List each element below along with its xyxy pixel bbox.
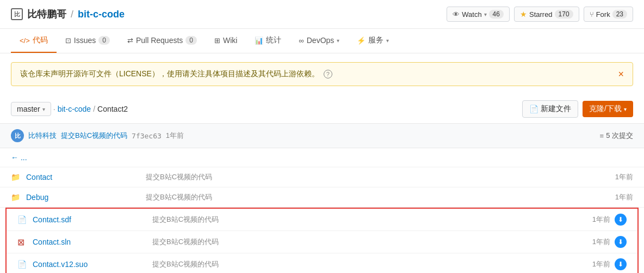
tab-devops[interactable]: ∞ DevOps ▾ xyxy=(290,29,348,52)
file-commit: 提交B站C视频的代码 xyxy=(135,192,615,202)
fork-count: 23 xyxy=(612,10,627,19)
services-tab-icon: ⚡ xyxy=(357,37,366,45)
tab-services[interactable]: ⚡ 服务 ▾ xyxy=(348,29,398,53)
tab-stats[interactable]: 📊 统计 xyxy=(246,29,290,53)
tab-issues[interactable]: ⊡ Issues 0 xyxy=(57,29,119,52)
list-item: ⊠ Contact.sln 提交B站C视频的代码 1年前 ⬇ xyxy=(7,231,637,253)
breadcrumb: master ▾ · bit-c-code / Contact2 xyxy=(11,102,128,116)
list-item: 📄 Contact.v12.suo 提交B站C视频的代码 1年前 ⬇ xyxy=(7,253,637,273)
banner-help-icon[interactable]: ? xyxy=(324,70,332,78)
path-root[interactable]: bit-c-code xyxy=(58,105,91,113)
commit-hash: 7f3ec63 xyxy=(132,132,162,140)
file-name[interactable]: Contact xyxy=(26,173,135,181)
license-banner: 该仓库未声明开源许可文件（LICENSE），使用请关注具体项目描述及其代码上游依… xyxy=(11,62,633,86)
star-icon: ★ xyxy=(520,10,527,19)
pulls-badge: 0 xyxy=(185,36,197,45)
file-name[interactable]: Debug xyxy=(26,193,135,202)
list-item: 📁 Contact 提交B站C视频的代码 1年前 xyxy=(0,167,644,187)
repo-title: 比 比特鹏哥 / bit-c-code xyxy=(11,8,125,21)
file-name[interactable]: Contact.v12.suo xyxy=(33,260,141,269)
wiki-tab-icon: ⊞ xyxy=(214,37,220,45)
commit-message[interactable]: 提交B站C视频的代码 xyxy=(61,131,127,141)
folder-icon: 📁 xyxy=(11,193,22,202)
watch-count: 46 xyxy=(489,10,504,19)
repo-owner[interactable]: 比特鹏哥 xyxy=(27,8,66,21)
starred-count: 170 xyxy=(555,10,573,19)
branch-chevron-icon: ▾ xyxy=(42,106,45,112)
tab-wiki[interactable]: ⊞ Wiki xyxy=(206,29,246,52)
file-name[interactable]: Contact.sdf xyxy=(33,215,141,224)
tab-pulls[interactable]: ⇄ Pull Requests 0 xyxy=(119,29,206,52)
banner-text: 该仓库未声明开源许可文件（LICENSE），使用请关注具体项目描述及其代码上游依… xyxy=(20,69,332,79)
file-time: 1年前 xyxy=(615,172,633,182)
back-link[interactable]: ← ... xyxy=(11,153,27,162)
new-file-button[interactable]: 📄 新建文件 xyxy=(522,100,578,118)
file-commit: 提交B站C视频的代码 xyxy=(141,259,592,269)
list-item: 📁 Debug 提交B站C视频的代码 1年前 xyxy=(0,187,644,208)
file-commit: 提交B站C视频的代码 xyxy=(141,215,592,225)
avatar: 比 xyxy=(11,129,24,142)
toolbar-actions: 📄 新建文件 克隆/下载 ▾ xyxy=(522,100,633,118)
file-commit: 提交B站C视频的代码 xyxy=(141,237,592,247)
header-actions: 👁 Watch ▾ 46 ★ Starred 170 ⑂ Fork 23 xyxy=(447,7,633,22)
file-icon: 📄 xyxy=(17,260,28,269)
issues-badge: 0 xyxy=(98,36,110,45)
repo-name[interactable]: bit-c-code xyxy=(78,9,125,20)
download-button[interactable]: ⬇ xyxy=(615,214,627,226)
list-item: 📄 Contact.sdf 提交B站C视频的代码 1年前 ⬇ xyxy=(7,209,637,231)
commit-count-icon: ≡ xyxy=(600,132,604,140)
download-button[interactable]: ⬇ xyxy=(615,258,627,270)
commit-info: 比 比特科技 提交B站C视频的代码 7f3ec63 1年前 xyxy=(11,129,184,142)
stats-tab-icon: 📊 xyxy=(255,37,263,45)
fork-button[interactable]: ⑂ Fork 23 xyxy=(584,7,633,22)
repo-nav: </> 代码 ⊡ Issues 0 ⇄ Pull Requests 0 ⊞ Wi… xyxy=(0,29,644,53)
file-time: 1年前 ⬇ xyxy=(592,258,627,270)
clone-download-button[interactable]: 克隆/下载 ▾ xyxy=(583,101,633,117)
file-name[interactable]: Contact.sln xyxy=(33,238,141,246)
file-time: 1年前 ⬇ xyxy=(592,214,627,226)
commit-count[interactable]: ≡ 5 次提交 xyxy=(600,131,633,141)
repo-icon: 比 xyxy=(11,8,23,20)
banner-close-button[interactable]: × xyxy=(618,69,624,79)
separator: / xyxy=(71,9,73,20)
issues-tab-icon: ⊡ xyxy=(65,37,71,45)
file-icon: 📄 xyxy=(17,215,28,224)
commit-author[interactable]: 比特科技 xyxy=(28,131,57,141)
file-icon: ⊠ xyxy=(17,237,28,247)
services-chevron-icon: ▾ xyxy=(386,38,389,44)
back-navigation: ← ... xyxy=(0,148,644,167)
commit-time: 1年前 xyxy=(166,131,184,141)
commit-bar: 比 比特科技 提交B站C视频的代码 7f3ec63 1年前 ≡ 5 次提交 xyxy=(0,123,644,148)
devops-chevron-icon: ▾ xyxy=(337,38,339,44)
download-button[interactable]: ⬇ xyxy=(615,236,627,248)
code-tab-icon: </> xyxy=(20,37,30,45)
new-file-icon: 📄 xyxy=(529,105,538,113)
starred-button[interactable]: ★ Starred 170 xyxy=(514,7,579,22)
file-list: ← ... 📁 Contact 提交B站C视频的代码 1年前 📁 Debug 提… xyxy=(0,148,644,273)
file-time: 1年前 ⬇ xyxy=(592,236,627,248)
file-toolbar: master ▾ · bit-c-code / Contact2 📄 新建文件 … xyxy=(0,95,644,123)
file-commit: 提交B站C视频的代码 xyxy=(135,172,615,182)
branch-selector[interactable]: master ▾ xyxy=(11,102,51,116)
folder-icon: 📁 xyxy=(11,173,22,181)
watch-button[interactable]: 👁 Watch ▾ 46 xyxy=(447,7,510,22)
clone-chevron-icon: ▾ xyxy=(624,106,627,112)
path-current: Contact2 xyxy=(97,105,128,113)
fork-icon: ⑂ xyxy=(590,10,594,19)
devops-tab-icon: ∞ xyxy=(299,37,304,45)
pulls-tab-icon: ⇄ xyxy=(127,37,133,45)
tab-code[interactable]: </> 代码 xyxy=(11,29,57,53)
file-time: 1年前 xyxy=(615,192,633,202)
